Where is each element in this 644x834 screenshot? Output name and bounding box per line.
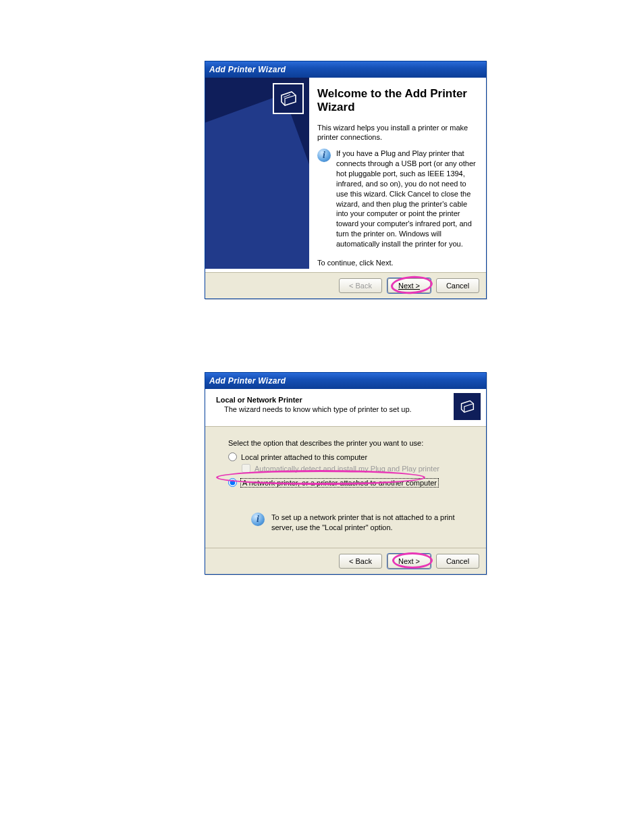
network-note-text: To set up a network printer that is not … <box>271 513 460 533</box>
radio-local[interactable] <box>228 452 237 461</box>
auto-detect-label: Automatically detect and install my Plug… <box>254 465 439 473</box>
option-network-printer[interactable]: A network printer, or a printer attached… <box>228 478 438 487</box>
option-local-label: Local printer attached to this computer <box>241 453 367 461</box>
next-button[interactable]: Next > <box>387 554 431 569</box>
prompt-text: Select the option that describes the pri… <box>228 439 467 447</box>
back-button[interactable]: < Back <box>339 554 382 569</box>
info-icon: i <box>251 513 265 526</box>
button-bar: < Back Next > Cancel <box>205 272 486 298</box>
wizard-header: Local or Network Printer The wizard need… <box>205 389 486 427</box>
option-network-label: A network printer, or a printer attached… <box>241 479 438 487</box>
wizard-intro-text: This wizard helps you install a printer … <box>317 123 477 142</box>
wizard-heading: Welcome to the Add Printer Wizard <box>317 87 477 115</box>
step-subtitle: The wizard needs to know which type of p… <box>224 405 447 413</box>
radio-network[interactable] <box>228 478 237 487</box>
title-bar[interactable]: Add Printer Wizard <box>205 373 486 389</box>
button-bar: < Back Next > Cancel <box>205 548 486 574</box>
cancel-button[interactable]: Cancel <box>436 554 479 569</box>
window-title: Add Printer Wizard <box>209 376 286 386</box>
step-title: Local or Network Printer <box>216 396 447 404</box>
title-bar[interactable]: Add Printer Wizard <box>205 61 486 78</box>
next-button[interactable]: Next > <box>387 278 431 293</box>
wizard-sidebar-image <box>205 78 309 269</box>
auto-detect-checkbox <box>242 464 250 473</box>
info-icon: i <box>317 149 331 162</box>
cancel-button[interactable]: Cancel <box>436 278 479 293</box>
back-button: < Back <box>339 278 382 293</box>
checkbox-auto-detect: Automatically detect and install my Plug… <box>242 464 467 473</box>
continue-text: To continue, click Next. <box>317 259 477 267</box>
pnp-note-text: If you have a Plug and Play printer that… <box>336 149 477 249</box>
add-printer-wizard-step-dialog: Add Printer Wizard Local or Network Prin… <box>205 372 487 575</box>
printer-icon <box>454 393 481 420</box>
option-local-printer[interactable]: Local printer attached to this computer <box>228 452 467 461</box>
add-printer-wizard-welcome-dialog: Add Printer Wizard Welcome to the Add Pr… <box>205 61 487 299</box>
printer-icon <box>273 83 304 114</box>
window-title: Add Printer Wizard <box>209 65 286 74</box>
